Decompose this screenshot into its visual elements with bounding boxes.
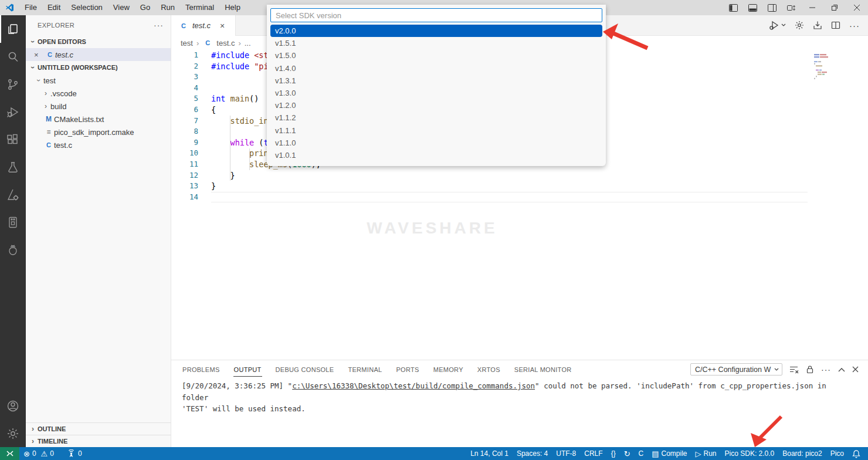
sdk-option-v2-0-0[interactable]: v2.0.0: [270, 25, 602, 37]
output-channel-select[interactable]: C/C++ Configuration W: [690, 363, 782, 376]
sdk-option-v1-5-0[interactable]: v1.5.0: [270, 49, 602, 62]
sdk-option-v1-2-0[interactable]: v1.2.0: [270, 99, 602, 111]
output-log[interactable]: [9/20/2024, 3:36:25 PM] "c:\Users\16338\…: [171, 378, 868, 415]
open-editor-test-c[interactable]: × C test.c: [26, 48, 171, 61]
lock-scroll-icon[interactable]: [806, 365, 814, 374]
panel-tab-output[interactable]: OUTPUT: [233, 363, 262, 377]
menu-selection[interactable]: Selection: [66, 3, 107, 12]
panel-tabs: PROBLEMSOUTPUTDEBUG CONSOLETERMINALPORTS…: [182, 363, 585, 377]
panel-tab-xrtos[interactable]: XRTOS: [477, 363, 501, 377]
sdk-option-v1-1-1[interactable]: v1.1.1: [270, 124, 602, 137]
status-c[interactable]: C: [635, 447, 648, 460]
output-file-link[interactable]: c:\Users\16338\Desktop\test/build/compil…: [292, 381, 535, 390]
source-control-icon[interactable]: [0, 70, 26, 98]
tree-file-cmakelists[interactable]: M CMakeLists.txt: [26, 113, 171, 126]
close-window-icon[interactable]: [846, 0, 868, 15]
menu-run[interactable]: Run: [155, 3, 180, 12]
tree-folder-build[interactable]: › build: [26, 100, 171, 113]
ports-indicator[interactable]: 0: [63, 447, 86, 460]
menu-help[interactable]: Help: [219, 3, 246, 12]
panel-tab-memory[interactable]: MEMORY: [433, 363, 464, 377]
menu-go[interactable]: Go: [135, 3, 155, 12]
remote-indicator[interactable]: [0, 447, 19, 460]
more-actions-icon[interactable]: ···: [849, 21, 860, 31]
code-line-12[interactable]: 12 }: [171, 170, 868, 181]
panel-tab-terminal[interactable]: TERMINAL: [347, 363, 382, 377]
maximize-panel-icon[interactable]: [838, 367, 845, 372]
panel-more-icon[interactable]: ···: [821, 365, 831, 374]
sdk-version-quickpick: v2.0.0v1.5.1v1.5.0v1.4.0v1.3.1v1.3.0v1.2…: [267, 5, 606, 166]
split-editor-icon[interactable]: [831, 21, 840, 30]
close-editor-icon[interactable]: ×: [34, 50, 45, 59]
toggle-sidebar-icon[interactable]: [724, 0, 743, 15]
status-pico[interactable]: Pico: [826, 447, 848, 460]
close-tab-icon[interactable]: ×: [220, 21, 225, 31]
testing-flask-icon[interactable]: [0, 153, 26, 181]
sdk-option-v1-4-0[interactable]: v1.4.0: [270, 62, 602, 75]
indent-guide: [249, 148, 250, 170]
menu-view[interactable]: View: [108, 3, 135, 12]
panel-tab-problems[interactable]: PROBLEMS: [182, 363, 221, 377]
code-line-14[interactable]: 14: [171, 192, 868, 203]
status-utf-8[interactable]: UTF-8: [552, 447, 580, 460]
status-pico-sdk-2-0-0[interactable]: Pico SDK: 2.0.0: [721, 447, 779, 460]
menu-edit[interactable]: Edit: [42, 3, 66, 12]
tree-folder-test[interactable]: › test: [26, 74, 171, 87]
panel-tab-ports[interactable]: PORTS: [395, 363, 419, 377]
cmake-icon[interactable]: [0, 181, 26, 208]
sdk-option-v1-5-1[interactable]: v1.5.1: [270, 37, 602, 49]
sdk-option-v1-3-1[interactable]: v1.3.1: [270, 75, 602, 87]
search-icon[interactable]: [0, 43, 26, 70]
menu-file[interactable]: File: [19, 3, 42, 12]
minimap[interactable]: [814, 53, 836, 79]
run-and-debug-icon[interactable]: [0, 98, 26, 126]
settings-gear-icon[interactable]: [0, 420, 26, 447]
status-run[interactable]: ▷Run: [691, 447, 721, 460]
sdk-option-v1-1-0[interactable]: v1.1.0: [270, 137, 602, 149]
status-board-pico2[interactable]: Board: pico2: [778, 447, 826, 460]
clear-output-icon[interactable]: [789, 366, 799, 374]
indent-guide: [230, 116, 230, 181]
toggle-panel-icon[interactable]: [743, 0, 762, 15]
timeline-section[interactable]: › TIMELINE: [26, 435, 171, 447]
extensions-icon[interactable]: [0, 126, 26, 153]
workspace-section[interactable]: › UNTITLED (WORKSPACE): [26, 61, 171, 74]
sdk-option-v1-3-0[interactable]: v1.3.0: [270, 87, 602, 99]
restore-icon[interactable]: [823, 0, 846, 15]
sdk-option-v1-0-1[interactable]: v1.0.1: [270, 149, 602, 161]
explorer-icon[interactable]: [0, 15, 26, 43]
panel-tab-serial-monitor[interactable]: SERIAL MONITOR: [514, 363, 572, 377]
customize-layout-icon[interactable]: [782, 0, 801, 15]
sdk-version-input[interactable]: [270, 8, 602, 22]
status-[interactable]: {}: [607, 447, 620, 460]
run-or-debug-icon[interactable]: [769, 21, 786, 30]
outline-section[interactable]: › OUTLINE: [26, 422, 171, 435]
status-sync[interactable]: ↻: [620, 447, 635, 460]
status-spaces-4[interactable]: Spaces: 4: [513, 447, 552, 460]
tree-file-pico-sdk-import[interactable]: ≡ pico_sdk_import.cmake: [26, 126, 171, 138]
code-line-13[interactable]: 13}: [171, 181, 868, 192]
menu-terminal[interactable]: Terminal: [180, 3, 219, 12]
flash-project-icon[interactable]: [813, 21, 822, 30]
cmake-file-icon: M: [43, 115, 54, 123]
notifications-bell-icon[interactable]: [848, 447, 864, 460]
account-icon[interactable]: [0, 392, 26, 420]
explorer-more-actions-icon[interactable]: ···: [154, 21, 164, 30]
status-compile[interactable]: ▤Compile: [647, 447, 691, 460]
toggle-secondary-sidebar-icon[interactable]: [762, 0, 782, 15]
tree-file-test-c[interactable]: C test.c: [26, 138, 171, 151]
status-ln-14-col-1[interactable]: Ln 14, Col 1: [466, 447, 513, 460]
raspberry-pi-icon[interactable]: [0, 236, 26, 263]
panel-tab-debug-console[interactable]: DEBUG CONSOLE: [275, 363, 335, 377]
line-number: 5: [171, 93, 198, 104]
tree-folder-vscode[interactable]: › .vscode: [26, 87, 171, 100]
open-editors-section[interactable]: › OPEN EDITORS: [26, 35, 171, 48]
problems-indicator[interactable]: ⊗ 0 ⚠ 0: [19, 447, 58, 460]
minimize-icon[interactable]: [801, 0, 823, 15]
run-settings-gear-icon[interactable]: [795, 21, 804, 30]
close-panel-icon[interactable]: [852, 366, 859, 373]
status-crlf[interactable]: CRLF: [580, 447, 606, 460]
sdk-option-v1-1-2[interactable]: v1.1.2: [270, 111, 602, 124]
pico-board-icon[interactable]: [0, 208, 26, 236]
tab-test-c[interactable]: C test.c ×: [171, 15, 236, 36]
